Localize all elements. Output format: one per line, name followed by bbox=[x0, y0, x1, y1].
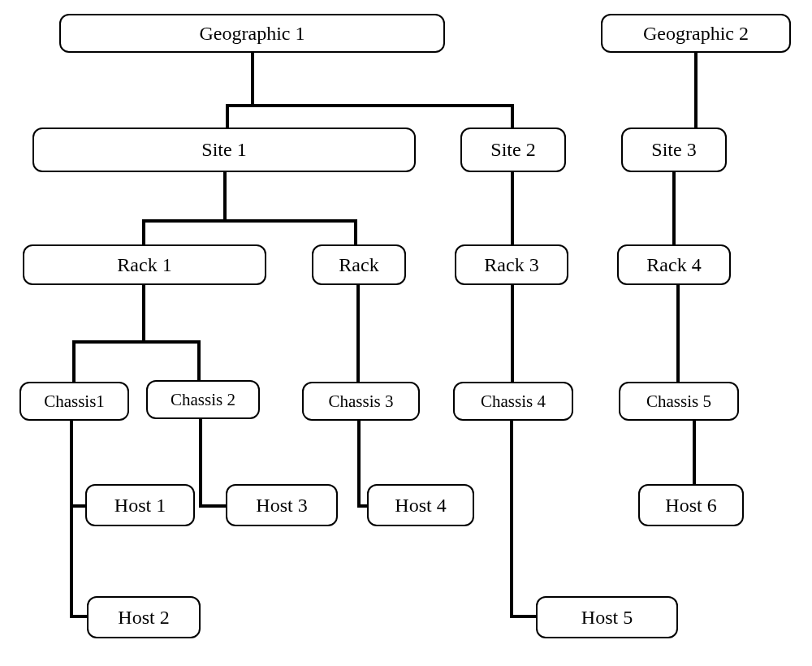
connector bbox=[70, 421, 73, 618]
host-1: Host 1 bbox=[85, 484, 195, 526]
connector bbox=[142, 219, 145, 244]
connector bbox=[72, 340, 76, 382]
connector bbox=[142, 219, 357, 223]
host-5: Host 5 bbox=[536, 596, 678, 638]
connector bbox=[694, 53, 698, 128]
connector bbox=[672, 172, 676, 244]
connector bbox=[72, 340, 201, 344]
connector bbox=[197, 340, 201, 380]
chassis-1: Chassis1 bbox=[19, 382, 129, 421]
connector bbox=[357, 421, 361, 508]
geographic-1: Geographic 1 bbox=[59, 14, 445, 53]
site-3: Site 3 bbox=[621, 128, 727, 172]
connector bbox=[223, 172, 227, 221]
rack-1: Rack 1 bbox=[23, 244, 266, 285]
chassis-2: Chassis 2 bbox=[146, 380, 260, 419]
rack-3: Rack 3 bbox=[455, 244, 568, 285]
connector bbox=[226, 104, 229, 128]
connector bbox=[357, 504, 367, 508]
connector bbox=[70, 615, 87, 618]
geographic-2: Geographic 2 bbox=[601, 14, 791, 53]
chassis-3: Chassis 3 bbox=[302, 382, 420, 421]
connector bbox=[676, 285, 680, 382]
connector bbox=[511, 172, 514, 244]
host-4: Host 4 bbox=[367, 484, 474, 526]
chassis-5: Chassis 5 bbox=[619, 382, 739, 421]
connector bbox=[354, 219, 357, 244]
connector bbox=[693, 421, 696, 484]
connector bbox=[199, 419, 202, 508]
connector bbox=[511, 285, 514, 382]
host-3: Host 3 bbox=[226, 484, 338, 526]
site-2: Site 2 bbox=[460, 128, 566, 172]
connector bbox=[356, 285, 360, 382]
rack-2: Rack bbox=[312, 244, 406, 285]
connector bbox=[510, 615, 536, 618]
connector bbox=[142, 285, 145, 342]
host-6: Host 6 bbox=[638, 484, 744, 526]
connector bbox=[511, 104, 514, 128]
connector bbox=[199, 504, 226, 508]
connector bbox=[226, 104, 514, 107]
rack-4: Rack 4 bbox=[617, 244, 731, 285]
chassis-4: Chassis 4 bbox=[453, 382, 573, 421]
connector bbox=[251, 53, 254, 106]
connector bbox=[510, 421, 513, 618]
host-2: Host 2 bbox=[87, 596, 201, 638]
site-1: Site 1 bbox=[32, 128, 416, 172]
connector bbox=[70, 504, 85, 508]
